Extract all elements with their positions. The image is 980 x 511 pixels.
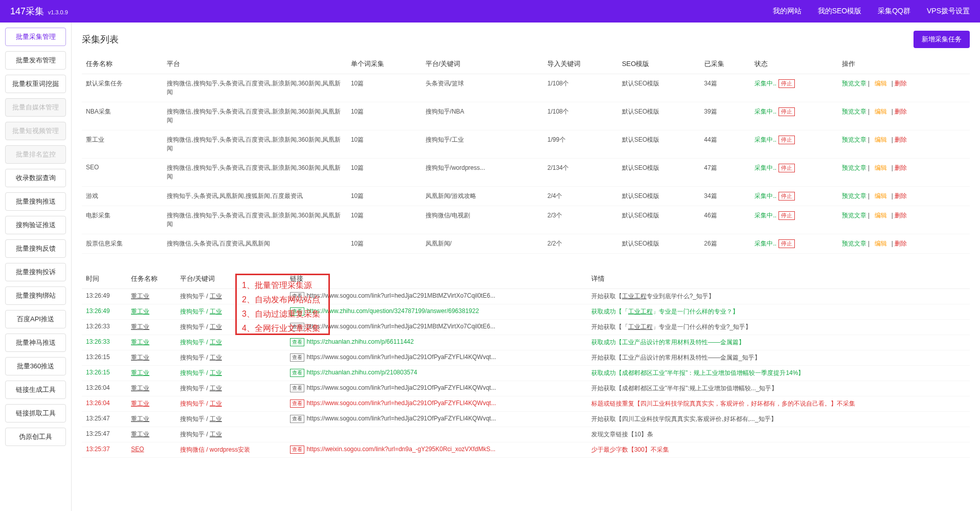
log-link-text[interactable]: https://weixin.sogou.com/link?url=dn9a_-… [306,446,495,453]
sidebar-item-12[interactable]: 百度API推送 [5,310,66,328]
view-badge[interactable]: 查看 [290,338,304,346]
preview-link[interactable]: 预览文章 [842,136,866,143]
view-badge[interactable]: 查看 [290,384,304,392]
keyword-link[interactable]: 工业 [210,354,222,361]
view-badge[interactable]: 查看 [290,369,304,377]
detail-keyword-link[interactable]: 工业工程 [622,293,647,300]
log-link-text[interactable]: https://www.zhihu.com/question/324787199… [306,307,479,315]
keyword-link[interactable]: 工业 [210,293,222,300]
sidebar-item-17[interactable]: 伪原创工具 [5,428,66,446]
delete-link[interactable]: 删除 [895,108,907,115]
topnav-item-2[interactable]: 采集QQ群 [878,7,910,16]
sidebar-item-13[interactable]: 批量神马推送 [5,334,66,352]
log-task[interactable]: 重工业 [127,366,176,381]
task-per: 10篇 [347,102,421,130]
edit-link[interactable]: 编辑 [875,108,887,115]
edit-link[interactable]: 编辑 [875,136,887,143]
log-task[interactable]: SEO [127,442,176,458]
log-link: 查看https://www.sogou.com/link?url=hedJjaC… [286,381,587,396]
topnav-item-0[interactable]: 我的网站 [773,7,801,16]
log-link-text[interactable]: https://www.sogou.com/link?url=hedJjaC29… [306,415,496,422]
edit-link[interactable]: 编辑 [875,192,887,199]
log-task[interactable]: 重工业 [127,396,176,412]
delete-link[interactable]: 删除 [895,80,907,87]
log-link-text[interactable]: https://www.sogou.com/link?url=hedJjaC29… [306,399,496,407]
new-task-button[interactable]: 新增采集任务 [914,31,970,48]
keyword-link[interactable]: 工业 [210,323,222,330]
log-task[interactable]: 重工业 [127,335,176,350]
sidebar-item-16[interactable]: 链接抓取工具 [5,404,66,423]
task-status: 采集中..停止 [750,234,837,254]
log-task[interactable]: 重工业 [127,350,176,366]
log-link-text[interactable]: https://zhuanlan.zhihu.com/p/66111442 [306,338,413,345]
sidebar-item-14[interactable]: 批量360推送 [5,357,66,375]
delete-link[interactable]: 删除 [895,136,907,143]
detail-keyword-link[interactable]: 工业工程 [628,308,653,315]
stop-button[interactable]: 停止 [778,107,795,116]
preview-link[interactable]: 预览文章 [842,108,866,115]
log-link-text[interactable]: https://www.sogou.com/link?url=hedJjaC29… [306,292,495,299]
log-task[interactable]: 重工业 [127,427,176,442]
log-pk: 搜狗知乎 / 工业 [176,304,286,320]
log-task[interactable]: 重工业 [127,381,176,396]
sidebar-item-11[interactable]: 批量搜狗绑站 [5,286,66,305]
log-row: 13:26:49重工业搜狗知乎 / 工业查看https://www.zhihu.… [82,304,970,320]
sidebar-item-15[interactable]: 链接生成工具 [5,381,66,399]
view-badge[interactable]: 查看 [290,323,304,331]
log-task[interactable]: 重工业 [127,320,176,335]
edit-link[interactable]: 编辑 [875,212,887,219]
stop-button[interactable]: 停止 [778,192,795,201]
edit-link[interactable]: 编辑 [875,80,887,87]
log-time: 13:26:33 [82,320,127,335]
view-badge[interactable]: 查看 [290,307,304,316]
detail-keyword-link[interactable]: 工业工程 [628,323,653,330]
keyword-link[interactable]: 工业 [210,400,222,407]
log-task[interactable]: 重工业 [127,412,176,427]
delete-link[interactable]: 删除 [895,212,907,219]
edit-link[interactable]: 编辑 [875,240,887,247]
sidebar-item-0[interactable]: 批量采集管理 [5,28,66,46]
preview-link[interactable]: 预览文章 [842,164,866,171]
view-badge[interactable]: 查看 [290,446,304,454]
log-link-text[interactable]: https://www.sogou.com/link?url=hedJjaC29… [306,384,496,391]
preview-link[interactable]: 预览文章 [842,192,866,199]
view-badge[interactable]: 查看 [290,353,304,362]
task-pk: 搜狗知乎/工业 [421,130,544,159]
log-task[interactable]: 重工业 [127,304,176,320]
keyword-link[interactable]: 工业 [210,339,222,346]
log-link-text[interactable]: https://zhuanlan.zhihu.com/p/210803574 [306,369,417,376]
view-badge[interactable]: 查看 [290,415,304,423]
sidebar-item-8[interactable]: 搜狗验证推送 [5,216,66,234]
keyword-link[interactable]: 工业 [210,385,222,392]
log-task[interactable]: 重工业 [127,289,176,304]
view-badge[interactable]: 查看 [290,292,304,300]
sidebar-item-1[interactable]: 批量发布管理 [5,51,66,70]
preview-link[interactable]: 预览文章 [842,240,866,247]
stop-button[interactable]: 停止 [778,164,795,172]
stop-button[interactable]: 停止 [778,239,795,248]
edit-link[interactable]: 编辑 [875,164,887,171]
task-count: 34篇 [700,187,751,206]
preview-link[interactable]: 预览文章 [842,80,866,87]
log-link-text[interactable]: https://www.sogou.com/link?url=hedJjaC29… [306,353,496,361]
delete-link[interactable]: 删除 [895,240,907,247]
sidebar-item-6[interactable]: 收录数据查询 [5,169,66,187]
sidebar-item-10[interactable]: 批量搜狗投诉 [5,263,66,281]
stop-button[interactable]: 停止 [778,79,795,88]
view-badge[interactable]: 查看 [290,399,304,408]
sidebar-item-7[interactable]: 批量搜狗推送 [5,192,66,211]
preview-link[interactable]: 预览文章 [842,212,866,219]
stop-button[interactable]: 停止 [778,211,795,220]
keyword-link[interactable]: 工业 [210,415,222,423]
delete-link[interactable]: 删除 [895,164,907,171]
topnav-item-1[interactable]: 我的SEO模版 [818,7,862,16]
keyword-link[interactable]: 工业 [210,308,222,315]
stop-button[interactable]: 停止 [778,136,795,144]
sidebar-item-2[interactable]: 批量权重词挖掘 [5,75,66,93]
topnav-item-3[interactable]: VPS拨号设置 [927,7,970,16]
keyword-link[interactable]: 工业 [210,431,222,438]
delete-link[interactable]: 删除 [895,192,907,199]
log-link-text[interactable]: https://www.sogou.com/link?url=hedJjaC29… [306,323,495,330]
keyword-link[interactable]: 工业 [210,369,222,376]
sidebar-item-9[interactable]: 批量搜狗反馈 [5,239,66,258]
